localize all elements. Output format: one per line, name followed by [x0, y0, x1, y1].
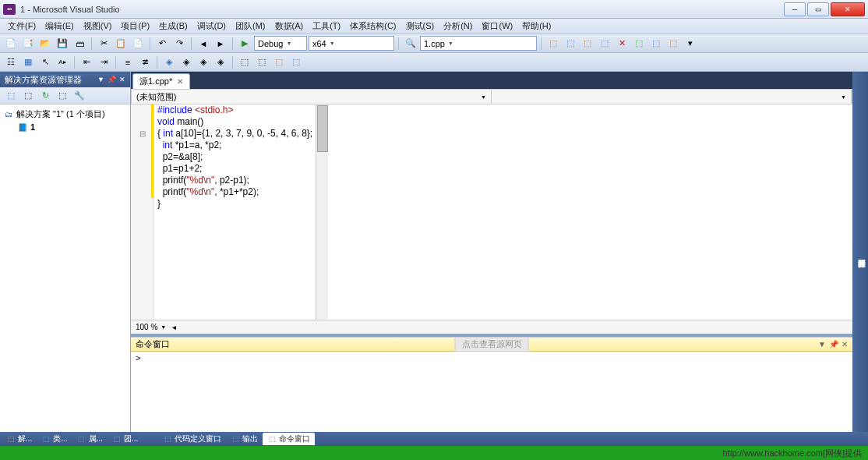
tb-ext-1[interactable]: ⬚ — [545, 36, 561, 51]
bottom-tab-command[interactable]: ⬚命令窗口 — [263, 433, 315, 445]
save-button[interactable]: 💾 — [55, 36, 70, 51]
se-btn-4[interactable]: ⬚ — [55, 88, 70, 104]
code-editor[interactable]: ⊟ #include <stdio.h> void main() { int a… — [131, 104, 852, 320]
menu-debug[interactable]: 调试(D) — [192, 19, 231, 34]
se-btn-1[interactable]: ⬚ — [3, 88, 19, 104]
tb2-pointer[interactable]: ↖ — [37, 55, 53, 70]
tb2-ext4[interactable]: ⬚ — [288, 55, 304, 70]
tree-solution-node[interactable]: 🗂 解决方案 "1" (1 个项目) — [3, 108, 127, 121]
bottom-tab-properties[interactable]: ⬚属... — [72, 433, 108, 445]
save-all-button[interactable]: 🗃 — [72, 36, 87, 51]
find-dropdown[interactable]: 1.cpp▼ — [420, 36, 537, 51]
menu-tools[interactable]: 工具(T) — [308, 19, 345, 34]
maximize-button[interactable]: ▭ — [807, 2, 829, 16]
bottom-tab-team[interactable]: ⬚团... — [108, 433, 143, 445]
menu-team[interactable]: 团队(M) — [231, 19, 270, 34]
separator — [232, 37, 233, 50]
tb2-ext1[interactable]: ⬚ — [237, 55, 252, 70]
menu-architecture[interactable]: 体系结构(C) — [345, 19, 400, 34]
cmd-dropdown-icon[interactable]: ▼ — [818, 340, 826, 349]
tb-ext-6[interactable]: ⬚ — [631, 36, 647, 51]
bottom-tab-class[interactable]: ⬚类... — [37, 433, 72, 445]
cut-button[interactable]: ✂ — [96, 36, 111, 51]
minimize-button[interactable]: ─ — [784, 2, 806, 16]
tab-close-icon[interactable]: ✕ — [177, 77, 183, 86]
menu-window[interactable]: 窗口(W) — [477, 19, 517, 34]
bottom-tab-solution[interactable]: ⬚解... — [2, 433, 37, 445]
add-item-button[interactable]: 📑 — [20, 36, 36, 51]
paste-button[interactable]: 📄 — [130, 36, 146, 51]
close-button[interactable]: ✕ — [831, 2, 865, 16]
platform-dropdown[interactable]: x64▼ — [309, 36, 394, 51]
bookmark-button[interactable]: ◈ — [161, 55, 177, 70]
chevron-down-icon: ▼ — [330, 41, 335, 46]
scope-dropdown[interactable]: (未知范围) ▼ — [132, 90, 492, 104]
undo-button[interactable]: ↶ — [154, 36, 170, 51]
split-icon[interactable]: ◂ — [172, 323, 176, 331]
window-controls: ─ ▭ ✕ — [782, 2, 865, 16]
fold-icon[interactable]: ⊟ — [131, 128, 153, 140]
cmd-pin-icon[interactable]: 📌 — [829, 340, 838, 349]
menu-edit[interactable]: 编辑(E) — [41, 19, 79, 34]
tb2-ext3[interactable]: ⬚ — [271, 55, 287, 70]
tb2-ext2[interactable]: ⬚ — [254, 55, 270, 70]
tb-ext-2[interactable]: ⬚ — [563, 36, 578, 51]
panel-dropdown-icon[interactable]: ▼ — [97, 76, 104, 83]
tb-ext-9[interactable]: ▾ — [683, 36, 698, 51]
menu-analyze[interactable]: 分析(N) — [439, 19, 477, 34]
code-text[interactable]: #include <stdio.h> void main() { int a[1… — [154, 104, 316, 320]
tab-icon: ⬚ — [112, 434, 122, 444]
scroll-thumb[interactable] — [317, 105, 328, 152]
comment-button[interactable]: ≡ — [120, 55, 136, 70]
cmd-close-icon[interactable]: ✕ — [842, 340, 848, 349]
new-project-button[interactable]: 📄 — [3, 36, 19, 51]
tb-ext-3[interactable]: ⬚ — [580, 36, 595, 51]
tb-ext-8[interactable]: ⬚ — [665, 36, 681, 51]
tb-ext-5[interactable]: ✕ — [614, 36, 630, 51]
tree-project-node[interactable]: 📘 1 — [3, 121, 127, 133]
menu-data[interactable]: 数据(A) — [270, 19, 309, 34]
platform-value: x64 — [312, 39, 326, 48]
menu-file[interactable]: 文件(F) — [3, 19, 41, 34]
editor-tab[interactable]: 源1.cpp* ✕ — [132, 73, 190, 89]
se-properties-button[interactable]: 🔧 — [72, 88, 87, 104]
menu-project[interactable]: 项目(P) — [116, 19, 154, 34]
nav-forward-button[interactable]: ► — [213, 36, 228, 51]
menu-build[interactable]: 生成(B) — [154, 19, 192, 34]
bottom-tab-output[interactable]: ⬚输出 — [226, 433, 263, 445]
bookmark-next-button[interactable]: ◈ — [196, 55, 211, 70]
uncomment-button[interactable]: ≢ — [137, 55, 153, 70]
tb-ext-4[interactable]: ⬚ — [597, 36, 612, 51]
tb2-az[interactable]: A▸ — [55, 55, 70, 70]
command-input[interactable]: > — [131, 352, 852, 432]
copy-button[interactable]: 📋 — [113, 36, 129, 51]
indent-more-button[interactable]: ⇥ — [96, 55, 111, 70]
bookmark-prev-button[interactable]: ◈ — [178, 55, 194, 70]
bottom-tab-codedef[interactable]: ⬚代码定义窗口 — [158, 433, 226, 445]
vertical-scrollbar[interactable] — [316, 104, 328, 320]
se-refresh-button[interactable]: ↻ — [37, 88, 53, 104]
server-explorer-tab[interactable]: 服务器资源管理器 — [854, 249, 868, 258]
menu-test[interactable]: 测试(S) — [401, 19, 439, 34]
se-btn-2[interactable]: ⬚ — [20, 88, 36, 104]
zoom-dropdown-icon[interactable]: ▼ — [161, 324, 166, 330]
find-in-files-button[interactable]: 🔍 — [403, 36, 418, 51]
bookmark-clear-button[interactable]: ◈ — [213, 55, 228, 70]
menu-help[interactable]: 帮助(H) — [517, 19, 556, 34]
nav-back-button[interactable]: ◄ — [196, 36, 211, 51]
tb-ext-7[interactable]: ⬚ — [648, 36, 664, 51]
tb2-2[interactable]: ▦ — [20, 55, 36, 70]
watermark-label: 点击查看源网页 — [455, 337, 529, 352]
open-button[interactable]: 📂 — [37, 36, 53, 51]
config-dropdown[interactable]: Debug▼ — [254, 36, 307, 51]
start-debug-button[interactable]: ▶ — [237, 36, 252, 51]
menubar: 文件(F) 编辑(E) 视图(V) 项目(P) 生成(B) 调试(D) 团队(M… — [0, 19, 868, 34]
panel-close-icon[interactable]: ✕ — [119, 76, 125, 83]
redo-button[interactable]: ↷ — [171, 36, 187, 51]
tab-icon: ⬚ — [267, 434, 277, 444]
tb2-1[interactable]: ☷ — [3, 55, 19, 70]
panel-pin-icon[interactable]: 📌 — [108, 76, 116, 83]
member-dropdown[interactable]: ▼ — [492, 90, 852, 104]
menu-view[interactable]: 视图(V) — [79, 19, 117, 34]
indent-less-button[interactable]: ⇤ — [79, 55, 94, 70]
